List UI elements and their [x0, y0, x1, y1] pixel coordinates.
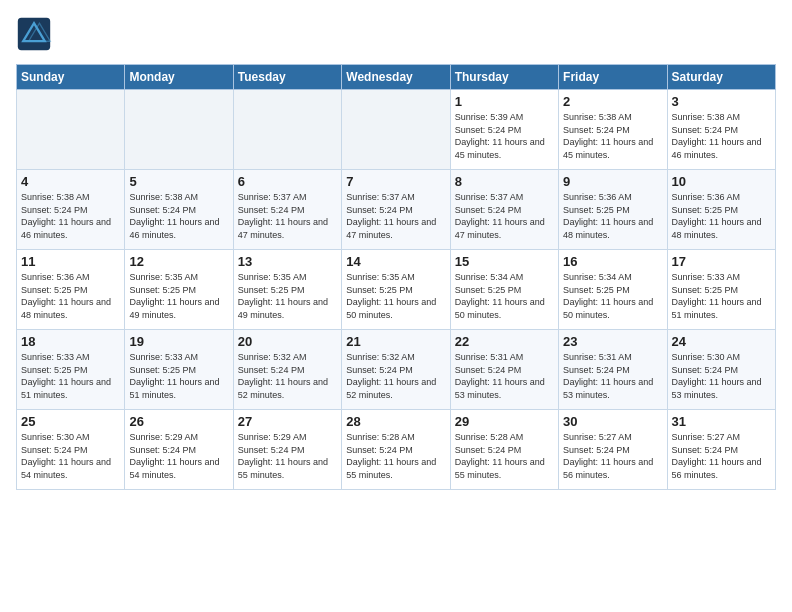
calendar-cell: 15Sunrise: 5:34 AMSunset: 5:25 PMDayligh…: [450, 250, 558, 330]
calendar-cell: 25Sunrise: 5:30 AMSunset: 5:24 PMDayligh…: [17, 410, 125, 490]
day-number: 21: [346, 334, 445, 349]
day-info: Sunrise: 5:27 AMSunset: 5:24 PMDaylight:…: [672, 431, 771, 481]
day-number: 27: [238, 414, 337, 429]
day-number: 7: [346, 174, 445, 189]
calendar-cell: 6Sunrise: 5:37 AMSunset: 5:24 PMDaylight…: [233, 170, 341, 250]
day-header-saturday: Saturday: [667, 65, 775, 90]
page-header: [16, 16, 776, 52]
day-number: 24: [672, 334, 771, 349]
day-info: Sunrise: 5:38 AMSunset: 5:24 PMDaylight:…: [129, 191, 228, 241]
day-number: 3: [672, 94, 771, 109]
day-info: Sunrise: 5:36 AMSunset: 5:25 PMDaylight:…: [672, 191, 771, 241]
calendar-cell: 23Sunrise: 5:31 AMSunset: 5:24 PMDayligh…: [559, 330, 667, 410]
day-info: Sunrise: 5:33 AMSunset: 5:25 PMDaylight:…: [672, 271, 771, 321]
calendar-cell: [342, 90, 450, 170]
calendar-cell: 10Sunrise: 5:36 AMSunset: 5:25 PMDayligh…: [667, 170, 775, 250]
day-info: Sunrise: 5:29 AMSunset: 5:24 PMDaylight:…: [129, 431, 228, 481]
day-info: Sunrise: 5:31 AMSunset: 5:24 PMDaylight:…: [455, 351, 554, 401]
day-number: 11: [21, 254, 120, 269]
calendar-cell: 18Sunrise: 5:33 AMSunset: 5:25 PMDayligh…: [17, 330, 125, 410]
calendar-cell: 12Sunrise: 5:35 AMSunset: 5:25 PMDayligh…: [125, 250, 233, 330]
day-number: 31: [672, 414, 771, 429]
logo: [16, 16, 56, 52]
day-number: 17: [672, 254, 771, 269]
day-info: Sunrise: 5:37 AMSunset: 5:24 PMDaylight:…: [238, 191, 337, 241]
calendar-cell: 1Sunrise: 5:39 AMSunset: 5:24 PMDaylight…: [450, 90, 558, 170]
day-header-sunday: Sunday: [17, 65, 125, 90]
day-header-thursday: Thursday: [450, 65, 558, 90]
day-number: 26: [129, 414, 228, 429]
calendar-cell: 8Sunrise: 5:37 AMSunset: 5:24 PMDaylight…: [450, 170, 558, 250]
day-header-friday: Friday: [559, 65, 667, 90]
day-number: 18: [21, 334, 120, 349]
day-info: Sunrise: 5:30 AMSunset: 5:24 PMDaylight:…: [672, 351, 771, 401]
day-number: 16: [563, 254, 662, 269]
calendar-cell: 11Sunrise: 5:36 AMSunset: 5:25 PMDayligh…: [17, 250, 125, 330]
day-info: Sunrise: 5:29 AMSunset: 5:24 PMDaylight:…: [238, 431, 337, 481]
calendar-cell: 13Sunrise: 5:35 AMSunset: 5:25 PMDayligh…: [233, 250, 341, 330]
day-info: Sunrise: 5:32 AMSunset: 5:24 PMDaylight:…: [238, 351, 337, 401]
day-header-monday: Monday: [125, 65, 233, 90]
day-info: Sunrise: 5:38 AMSunset: 5:24 PMDaylight:…: [672, 111, 771, 161]
day-number: 29: [455, 414, 554, 429]
day-info: Sunrise: 5:38 AMSunset: 5:24 PMDaylight:…: [563, 111, 662, 161]
day-info: Sunrise: 5:32 AMSunset: 5:24 PMDaylight:…: [346, 351, 445, 401]
day-info: Sunrise: 5:35 AMSunset: 5:25 PMDaylight:…: [238, 271, 337, 321]
day-info: Sunrise: 5:37 AMSunset: 5:24 PMDaylight:…: [346, 191, 445, 241]
calendar-cell: 24Sunrise: 5:30 AMSunset: 5:24 PMDayligh…: [667, 330, 775, 410]
calendar-cell: 22Sunrise: 5:31 AMSunset: 5:24 PMDayligh…: [450, 330, 558, 410]
calendar-cell: [125, 90, 233, 170]
day-number: 14: [346, 254, 445, 269]
day-info: Sunrise: 5:36 AMSunset: 5:25 PMDaylight:…: [21, 271, 120, 321]
day-info: Sunrise: 5:36 AMSunset: 5:25 PMDaylight:…: [563, 191, 662, 241]
day-info: Sunrise: 5:35 AMSunset: 5:25 PMDaylight:…: [346, 271, 445, 321]
day-info: Sunrise: 5:34 AMSunset: 5:25 PMDaylight:…: [563, 271, 662, 321]
day-info: Sunrise: 5:33 AMSunset: 5:25 PMDaylight:…: [21, 351, 120, 401]
calendar-cell: [233, 90, 341, 170]
day-number: 22: [455, 334, 554, 349]
day-info: Sunrise: 5:33 AMSunset: 5:25 PMDaylight:…: [129, 351, 228, 401]
day-info: Sunrise: 5:38 AMSunset: 5:24 PMDaylight:…: [21, 191, 120, 241]
calendar-table: SundayMondayTuesdayWednesdayThursdayFrid…: [16, 64, 776, 490]
calendar-cell: 21Sunrise: 5:32 AMSunset: 5:24 PMDayligh…: [342, 330, 450, 410]
calendar-cell: 30Sunrise: 5:27 AMSunset: 5:24 PMDayligh…: [559, 410, 667, 490]
day-info: Sunrise: 5:34 AMSunset: 5:25 PMDaylight:…: [455, 271, 554, 321]
day-number: 10: [672, 174, 771, 189]
calendar-cell: 20Sunrise: 5:32 AMSunset: 5:24 PMDayligh…: [233, 330, 341, 410]
day-number: 19: [129, 334, 228, 349]
calendar-cell: 3Sunrise: 5:38 AMSunset: 5:24 PMDaylight…: [667, 90, 775, 170]
day-number: 6: [238, 174, 337, 189]
day-number: 8: [455, 174, 554, 189]
calendar-cell: 28Sunrise: 5:28 AMSunset: 5:24 PMDayligh…: [342, 410, 450, 490]
day-number: 13: [238, 254, 337, 269]
day-number: 23: [563, 334, 662, 349]
day-info: Sunrise: 5:35 AMSunset: 5:25 PMDaylight:…: [129, 271, 228, 321]
day-number: 9: [563, 174, 662, 189]
calendar-cell: [17, 90, 125, 170]
calendar-cell: 31Sunrise: 5:27 AMSunset: 5:24 PMDayligh…: [667, 410, 775, 490]
day-info: Sunrise: 5:31 AMSunset: 5:24 PMDaylight:…: [563, 351, 662, 401]
calendar-header-row: SundayMondayTuesdayWednesdayThursdayFrid…: [17, 65, 776, 90]
day-header-tuesday: Tuesday: [233, 65, 341, 90]
calendar-cell: 26Sunrise: 5:29 AMSunset: 5:24 PMDayligh…: [125, 410, 233, 490]
day-number: 15: [455, 254, 554, 269]
day-info: Sunrise: 5:30 AMSunset: 5:24 PMDaylight:…: [21, 431, 120, 481]
day-number: 12: [129, 254, 228, 269]
calendar-cell: 5Sunrise: 5:38 AMSunset: 5:24 PMDaylight…: [125, 170, 233, 250]
calendar-week-row: 18Sunrise: 5:33 AMSunset: 5:25 PMDayligh…: [17, 330, 776, 410]
day-number: 30: [563, 414, 662, 429]
day-info: Sunrise: 5:37 AMSunset: 5:24 PMDaylight:…: [455, 191, 554, 241]
calendar-week-row: 25Sunrise: 5:30 AMSunset: 5:24 PMDayligh…: [17, 410, 776, 490]
calendar-week-row: 4Sunrise: 5:38 AMSunset: 5:24 PMDaylight…: [17, 170, 776, 250]
day-number: 1: [455, 94, 554, 109]
calendar-cell: 27Sunrise: 5:29 AMSunset: 5:24 PMDayligh…: [233, 410, 341, 490]
day-number: 25: [21, 414, 120, 429]
day-header-wednesday: Wednesday: [342, 65, 450, 90]
day-number: 2: [563, 94, 662, 109]
calendar-cell: 19Sunrise: 5:33 AMSunset: 5:25 PMDayligh…: [125, 330, 233, 410]
calendar-cell: 29Sunrise: 5:28 AMSunset: 5:24 PMDayligh…: [450, 410, 558, 490]
calendar-cell: 17Sunrise: 5:33 AMSunset: 5:25 PMDayligh…: [667, 250, 775, 330]
day-info: Sunrise: 5:27 AMSunset: 5:24 PMDaylight:…: [563, 431, 662, 481]
day-number: 28: [346, 414, 445, 429]
day-info: Sunrise: 5:39 AMSunset: 5:24 PMDaylight:…: [455, 111, 554, 161]
